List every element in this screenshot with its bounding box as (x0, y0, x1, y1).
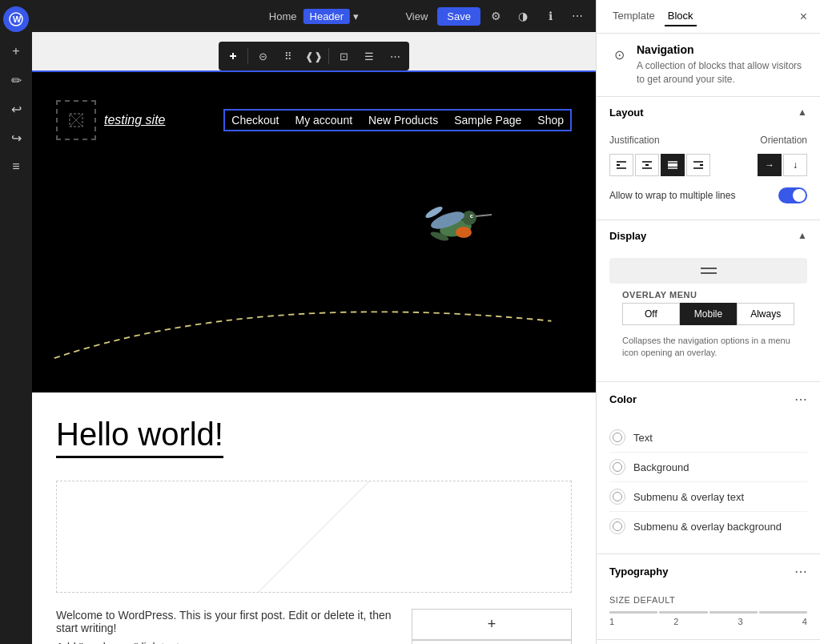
bird-svg (412, 192, 500, 264)
toolbar-divider-2 (328, 48, 329, 64)
block-type-btn[interactable] (220, 43, 246, 69)
wrap-label: Allow to wrap to multiple lines (609, 190, 735, 201)
just-btn-justify[interactable] (661, 154, 685, 176)
typography-more-btn[interactable]: ⋯ (794, 564, 807, 579)
color-submenu-text-row[interactable]: Submenu & overlay text (609, 482, 807, 512)
toolbar-move-btn[interactable]: ⠿ (275, 43, 301, 69)
post-title[interactable]: Hello world! (56, 417, 223, 458)
svg-point-15 (472, 215, 473, 217)
color-bg-row[interactable]: Background (609, 453, 807, 482)
color-section-header[interactable]: Color ⋯ (597, 382, 820, 417)
nav-item-newproducts[interactable]: New Products (368, 114, 438, 127)
site-title[interactable]: testing site (104, 113, 165, 127)
color-bg-label: Background (633, 461, 689, 473)
dashed-curve (32, 280, 596, 376)
color-submenu-bg-inner (613, 521, 622, 531)
panel-close-btn[interactable]: × (800, 10, 807, 24)
svg-rect-22 (668, 163, 677, 167)
color-more-btn[interactable]: ⋯ (794, 392, 807, 407)
nav-item-checkout[interactable]: Checkout (231, 114, 279, 127)
info-btn[interactable]: ℹ (538, 4, 562, 28)
orient-btn-horizontal[interactable]: → (758, 154, 782, 176)
color-submenu-bg-row[interactable]: Submenu & overlay background (609, 512, 807, 541)
panel-header: Template Block × (597, 0, 820, 34)
display-section-header[interactable]: Display ▲ (597, 220, 820, 252)
size-label-4: 4 (802, 617, 807, 626)
toolbar-align-btn[interactable]: ☰ (356, 43, 382, 69)
save-btn[interactable]: Save (437, 7, 480, 26)
svg-rect-25 (700, 164, 703, 166)
post-footer: Welcome to WordPress. This is your first… (56, 609, 572, 644)
add-block-btn[interactable]: + (412, 609, 572, 640)
content-area: Hello world! Welcome to WordPress. This … (32, 392, 596, 644)
toolbar-prev-btn[interactable]: ⊝ (250, 43, 275, 69)
redo-btn[interactable]: ↪ (3, 125, 29, 151)
layout-section-header[interactable]: Layout ▲ (597, 97, 820, 128)
panel-tabs: Template Block (609, 6, 697, 26)
edit-toolbar-btn[interactable]: ✏ (3, 67, 29, 93)
orient-btn-vertical[interactable]: ↓ (783, 154, 807, 176)
toolbar-more-btn[interactable]: ⋯ (382, 43, 408, 69)
nav-item-myaccount[interactable]: My account (295, 114, 352, 127)
nav-menu: Checkout My account New Products Sample … (223, 109, 572, 131)
wrap-toggle[interactable] (778, 187, 807, 203)
overlay-always-btn[interactable]: Always (737, 303, 794, 325)
header-block: testing site Checkout My account New Pro… (32, 72, 596, 168)
just-btn-center[interactable] (635, 154, 659, 176)
block-icon: ⊙ (609, 45, 629, 64)
just-btn-left[interactable] (609, 154, 633, 176)
add-block-toolbar-btn[interactable]: + (3, 38, 29, 64)
logo-placeholder[interactable] (56, 100, 96, 140)
typography-section: Typography ⋯ SIZE DEFAULT 1 2 3 4 (597, 554, 820, 640)
styles-btn[interactable]: ◑ (511, 4, 535, 28)
hamburger-line-2 (701, 272, 717, 274)
svg-line-9 (476, 215, 492, 216)
toolbar-width-btn[interactable]: ⊡ (331, 43, 356, 69)
color-bg-inner (613, 462, 622, 472)
list-view-btn[interactable]: ≡ (3, 154, 29, 179)
just-btn-right[interactable] (686, 154, 710, 176)
svg-rect-16 (617, 164, 620, 166)
nav-item-shop[interactable]: Shop (537, 114, 564, 127)
color-submenu-bg-circle (609, 518, 625, 534)
undo-btn[interactable]: ↩ (3, 96, 29, 122)
typography-section-header[interactable]: Typography ⋯ (597, 554, 820, 589)
overlay-mobile-btn[interactable]: Mobile (680, 303, 738, 325)
layout-section: Layout ▲ Justification Orientation (597, 97, 820, 220)
color-text-inner (613, 433, 622, 442)
main-area: Home Header ▾ View Save ⚙ ◑ ℹ ⋯ ⊝ ⠿ (32, 0, 596, 644)
more-btn[interactable]: ⋯ (565, 4, 589, 28)
breadcrumb-home[interactable]: Home (269, 10, 297, 22)
top-bar: Home Header ▾ View Save ⚙ ◑ ℹ ⋯ (32, 0, 596, 32)
color-bg-circle (609, 459, 625, 475)
settings-btn[interactable]: ⚙ (484, 4, 508, 28)
post-text: Welcome to WordPress. This is your first… (56, 609, 396, 634)
read-more-link[interactable]: Add "read more" link text (56, 641, 396, 644)
color-text-row[interactable]: Text (609, 423, 807, 453)
tab-block[interactable]: Block (665, 6, 697, 26)
nav-item-samplepage[interactable]: Sample Page (454, 114, 521, 127)
size-label-1: 1 (609, 617, 614, 626)
overlay-options: Off Mobile Always (609, 303, 807, 332)
overlay-off-btn[interactable]: Off (622, 303, 680, 325)
orientation-label: Orientation (760, 135, 807, 146)
right-panel: Template Block × ⊙ Navigation A collecti… (596, 0, 820, 644)
buttons-row: → ↓ (609, 154, 807, 176)
breadcrumb-active[interactable]: Header (303, 9, 351, 24)
wp-logo[interactable]: W (3, 6, 29, 32)
layout-content: Justification Orientation (597, 128, 820, 219)
svg-text:W: W (13, 14, 22, 24)
svg-point-12 (456, 227, 472, 238)
typo-size-label: SIZE DEFAULT (609, 595, 807, 605)
orientation-buttons: → ↓ (758, 154, 807, 176)
size-tick-4 (759, 611, 807, 614)
tab-template[interactable]: Template (609, 6, 658, 26)
toolbar-code-btn[interactable]: ❰❱ (301, 43, 327, 69)
layout-title: Layout (609, 107, 644, 119)
breadcrumb: Home Header ▾ (269, 9, 359, 24)
display-section: Display ▲ OVERLAY MENU Off Mobile Always… (597, 220, 820, 383)
view-btn[interactable]: View (399, 3, 434, 29)
block-info-text: Navigation A collection of blocks that a… (637, 43, 807, 87)
svg-rect-19 (645, 164, 649, 166)
typography-title: Typography (609, 566, 668, 578)
